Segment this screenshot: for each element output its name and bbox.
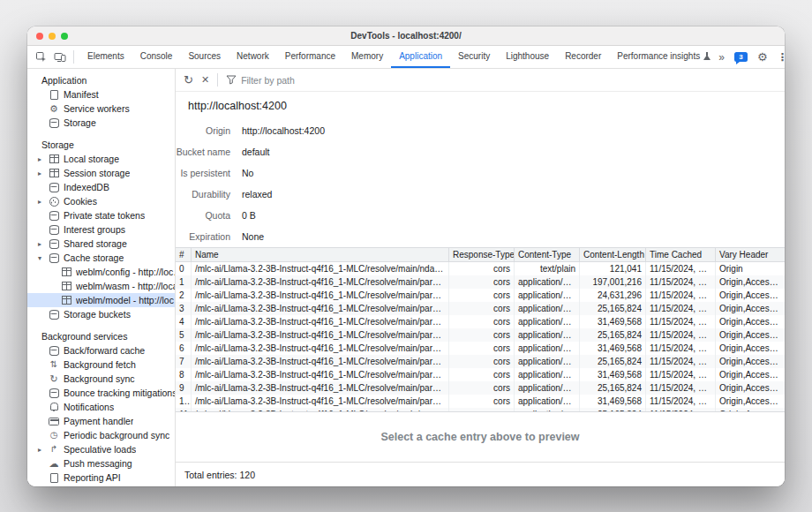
minimize-window-button[interactable]: [49, 33, 56, 40]
cache-entry-row[interactable]: 9 /mlc-ai/Llama-3.2-3B-Instruct-q4f16_1-…: [176, 381, 785, 395]
sidebar-item[interactable]: Background sync: [27, 372, 175, 386]
column-header[interactable]: Name: [192, 248, 449, 261]
expand-arrow-icon[interactable]: [38, 198, 49, 206]
cache-storage-panel: ↻ ✕ Filter by path http://localhost:4200: [176, 69, 785, 486]
close-window-button[interactable]: [36, 33, 43, 40]
devtools-tab[interactable]: Recorder: [557, 46, 609, 68]
devtools-tab[interactable]: Sources: [180, 46, 229, 68]
expand-arrow-icon[interactable]: [38, 169, 49, 177]
cache-entry-row[interactable]: 3 /mlc-ai/Llama-3.2-3B-Instruct-q4f16_1-…: [176, 302, 785, 315]
cell-content-length: 25,165,824: [580, 381, 646, 395]
delete-selected-icon[interactable]: ✕: [201, 75, 209, 85]
column-header[interactable]: #: [176, 248, 192, 261]
cell-vary-header: Origin,Access…: [716, 395, 785, 408]
sidebar-item[interactable]: weblm/model - http://loc…: [27, 293, 175, 307]
cache-entry-row[interactable]: 0 /mlc-ai/Llama-3.2-3B-Instruct-q4f16_1-…: [176, 262, 785, 275]
devtools-tab[interactable]: Lighthouse: [498, 46, 557, 68]
cell-content-length: 24,631,296: [580, 289, 646, 302]
cache-entry-row[interactable]: 8 /mlc-ai/Llama-3.2-3B-Instruct-q4f16_1-…: [176, 368, 785, 381]
issues-counter-icon[interactable]: 3: [734, 52, 748, 62]
preview-empty-state: Select a cache entry above to preview: [176, 412, 785, 462]
sidebar-item[interactable]: Push messaging: [27, 456, 175, 471]
expand-arrow-icon[interactable]: [38, 254, 49, 262]
cell-index: 9: [176, 381, 192, 395]
more-tabs-icon[interactable]: »: [718, 51, 725, 64]
devtools-tab[interactable]: Performance insights: [609, 46, 718, 68]
refresh-icon[interactable]: ↻: [184, 74, 193, 86]
cache-entry-row[interactable]: 6 /mlc-ai/Llama-3.2-3B-Instruct-q4f16_1-…: [176, 342, 785, 355]
sidebar-item[interactable]: Local storage: [27, 152, 175, 166]
cache-entry-row[interactable]: 10 /mlc-ai/Llama-3.2-3B-Instruct-q4f16_1…: [176, 395, 785, 408]
expand-arrow-icon[interactable]: [38, 240, 49, 248]
column-header[interactable]: Content-Type: [515, 248, 580, 261]
cell-vary-header: Origin,Access…: [716, 368, 785, 381]
cache-entry-row[interactable]: 2 /mlc-ai/Llama-3.2-3B-Instruct-q4f16_1-…: [176, 289, 785, 302]
cache-entry-row[interactable]: 7 /mlc-ai/Llama-3.2-3B-Instruct-q4f16_1-…: [176, 355, 785, 368]
cell-content-type: application/oc…: [515, 368, 580, 381]
column-header[interactable]: Content-Length: [580, 248, 646, 261]
cell-content-type: application/oc…: [515, 395, 580, 408]
sidebar-item[interactable]: Cache storage: [27, 251, 175, 265]
sidebar-item-icon: [49, 458, 59, 469]
sidebar-item[interactable]: Reporting API: [27, 471, 175, 485]
tab-label: Elements: [87, 51, 124, 61]
sidebar-item[interactable]: weblm/config - http://loc…: [27, 265, 175, 279]
devtools-tab[interactable]: Network: [229, 46, 277, 68]
cell-index: 8: [176, 368, 192, 381]
device-toolbar-icon[interactable]: [54, 52, 66, 63]
devtools-tab[interactable]: Console: [132, 46, 181, 68]
sidebar-item[interactable]: Storage buckets: [27, 307, 175, 321]
zoom-window-button[interactable]: [61, 33, 68, 40]
devtools-tab[interactable]: Memory: [343, 46, 391, 68]
expand-arrow-icon[interactable]: [38, 155, 49, 163]
column-header[interactable]: Time Cached: [646, 248, 716, 261]
sidebar-item-label: Cookies: [64, 196, 97, 207]
sidebar-item[interactable]: Shared storage: [27, 237, 175, 251]
metadata-label: Quota: [176, 210, 230, 221]
sidebar-item[interactable]: Background fetch: [27, 358, 175, 372]
cell-time-cached: 11/15/2024, 10…: [646, 328, 716, 342]
sidebar-item-label: weblm/model - http://loc…: [76, 295, 175, 305]
more-options-icon[interactable]: ⋮: [778, 51, 785, 64]
cell-content-type: application/oc…: [515, 275, 580, 289]
sidebar-item[interactable]: Payment handler: [27, 414, 175, 428]
sidebar-item[interactable]: Cookies: [27, 194, 175, 208]
cell-vary-header: Origin: [716, 262, 785, 275]
devtools-tab[interactable]: Security: [450, 46, 498, 68]
column-header[interactable]: Response-Type: [449, 248, 515, 261]
sidebar-item[interactable]: Interest groups: [27, 222, 175, 237]
sidebar-item[interactable]: Storage: [27, 116, 175, 130]
expand-arrow-icon[interactable]: [38, 446, 49, 454]
sidebar-item[interactable]: Bounce tracking mitigations: [27, 386, 175, 400]
devtools-tab[interactable]: Elements: [79, 46, 132, 68]
sidebar-item[interactable]: Back/forward cache: [27, 343, 175, 358]
cache-entry-row[interactable]: 4 /mlc-ai/Llama-3.2-3B-Instruct-q4f16_1-…: [176, 315, 785, 328]
sidebar-item[interactable]: Session storage: [27, 166, 175, 180]
sidebar-item[interactable]: Manifest: [27, 87, 175, 102]
cell-time-cached: 11/15/2024, 10…: [646, 275, 716, 289]
metadata-row: Bucket name default: [176, 141, 785, 162]
cell-name: /mlc-ai/Llama-3.2-3B-Instruct-q4f16_1-ML…: [192, 368, 449, 381]
sidebar-item-icon: [49, 309, 59, 320]
sidebar-item[interactable]: Notifications: [27, 400, 175, 414]
filter-by-path-input[interactable]: Filter by path: [226, 75, 295, 86]
total-entries-label: Total entries: 120: [184, 470, 255, 480]
cache-toolbar: ↻ ✕ Filter by path: [176, 69, 785, 92]
inspect-element-icon[interactable]: [35, 51, 47, 63]
sidebar-item[interactable]: IndexedDB: [27, 180, 175, 194]
sidebar-item-label: weblm/wasm - http://loca…: [76, 281, 175, 291]
sidebar-item[interactable]: Service workers: [27, 102, 175, 116]
settings-gear-icon[interactable]: ⚙: [757, 50, 768, 64]
cell-name: /mlc-ai/Llama-3.2-3B-Instruct-q4f16_1-ML…: [192, 275, 449, 289]
sidebar-section-application: Application Manifest Service work: [27, 73, 175, 130]
cache-entry-row[interactable]: 1 /mlc-ai/Llama-3.2-3B-Instruct-q4f16_1-…: [176, 275, 785, 289]
devtools-tab[interactable]: Application: [391, 46, 450, 68]
sidebar-item[interactable]: weblm/wasm - http://loca…: [27, 279, 175, 293]
column-header[interactable]: Vary Header: [716, 248, 785, 261]
sidebar-item[interactable]: Speculative loads: [27, 442, 175, 456]
cell-content-type: application/oc…: [515, 302, 580, 315]
sidebar-item[interactable]: Private state tokens: [27, 208, 175, 222]
sidebar-item[interactable]: Periodic background sync: [27, 428, 175, 442]
cache-entry-row[interactable]: 5 /mlc-ai/Llama-3.2-3B-Instruct-q4f16_1-…: [176, 328, 785, 342]
devtools-tab[interactable]: Performance: [277, 46, 343, 68]
